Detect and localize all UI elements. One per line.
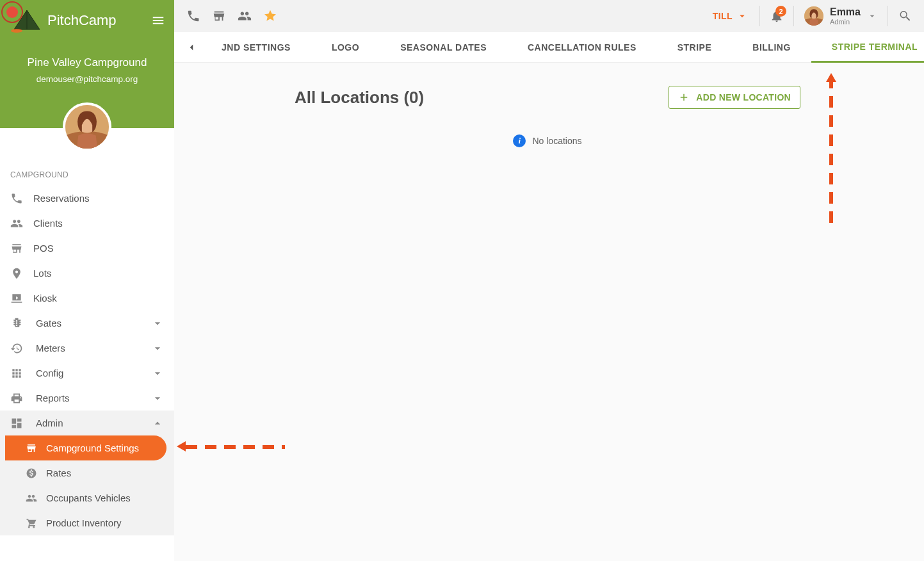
- sidebar-item-lots[interactable]: Lots: [0, 261, 174, 286]
- apps-icon: [10, 367, 23, 380]
- avatar-icon: [65, 105, 109, 149]
- sidebar-item-label: Kiosk: [33, 293, 57, 304]
- chevron-down-icon: [736, 10, 748, 22]
- sidebar-item-pos[interactable]: POS: [0, 236, 174, 261]
- user-menu-button[interactable]: Emma Admin: [798, 6, 884, 26]
- sidebar: PitchCamp Pine Valley Campground demouse…: [0, 0, 174, 561]
- sidebar-item-label: Gates: [36, 318, 61, 329]
- phone-icon: [186, 9, 200, 23]
- sidebar-item-label: Config: [36, 368, 63, 378]
- store-icon: [10, 242, 23, 255]
- tab-stripe[interactable]: STRIPE: [657, 32, 733, 63]
- cart-icon: [26, 517, 37, 529]
- sidebar-sub-occupants-vehicles[interactable]: Occupants Vehicles: [0, 485, 174, 510]
- sidebar-sub-product-inventory[interactable]: Product Inventory: [0, 510, 174, 535]
- add-location-button[interactable]: ADD NEW LOCATION: [669, 86, 800, 109]
- tab-label: BILLING: [752, 42, 791, 53]
- tab-seasonal-dates[interactable]: SEASONAL DATES: [380, 32, 507, 63]
- campground-name: Pine Valley Campground: [0, 56, 174, 69]
- sidebar-item-kiosk[interactable]: Kiosk: [0, 286, 174, 311]
- chevron-down-icon: [151, 342, 164, 355]
- kiosk-icon: [10, 292, 23, 305]
- divider: [888, 6, 888, 26]
- place-icon: [10, 267, 23, 280]
- sidebar-item-label: Clients: [33, 218, 63, 229]
- topbar-star-button[interactable]: [257, 3, 283, 29]
- add-button-label: ADD NEW LOCATION: [696, 92, 791, 102]
- tab-jnd-settings[interactable]: JND SETTINGS: [201, 32, 311, 63]
- chevron-down-icon: [867, 11, 877, 21]
- notification-badge: 2: [775, 6, 786, 17]
- user-role: Admin: [830, 18, 861, 26]
- topbar-store-button[interactable]: [206, 3, 232, 29]
- phone-icon: [10, 192, 23, 205]
- sidebar-sub-rates[interactable]: Rates: [0, 460, 174, 485]
- main-content: All Locations (0) ADD NEW LOCATION i No …: [174, 63, 924, 561]
- tab-label: STRIPE TERMINAL: [832, 42, 918, 52]
- sidebar-item-clients[interactable]: Clients: [0, 211, 174, 236]
- tab-label: JND SETTINGS: [222, 42, 291, 53]
- till-dropdown[interactable]: TILL: [705, 0, 756, 32]
- sidebar-sub-campground-settings[interactable]: Campground Settings: [5, 435, 166, 460]
- sidebar-item-label: Meters: [36, 343, 65, 354]
- tabs-back-button[interactable]: [182, 38, 201, 57]
- chevron-left-icon: [186, 42, 197, 53]
- sidebar-item-gates[interactable]: Gates: [0, 311, 174, 336]
- people-icon: [10, 217, 23, 230]
- tab-cancellation-rules[interactable]: CANCELLATION RULES: [507, 32, 657, 63]
- empty-text: No locations: [532, 136, 581, 146]
- notifications-button[interactable]: 2: [764, 3, 790, 29]
- sidebar-item-label: Admin: [36, 418, 63, 428]
- avatar-icon: [804, 6, 823, 26]
- tab-label: STRIPE: [677, 42, 712, 53]
- sidebar-item-reports[interactable]: Reports: [0, 386, 174, 411]
- tab-billing[interactable]: BILLING: [732, 32, 811, 63]
- tab-label: CANCELLATION RULES: [528, 42, 636, 53]
- sidebar-avatar[interactable]: [63, 102, 111, 151]
- chevron-down-icon: [151, 367, 164, 380]
- sidebar-item-label: Lots: [33, 268, 51, 279]
- page-title: All Locations (0): [295, 88, 424, 108]
- people-icon: [26, 492, 37, 504]
- sidebar-sub-label: Product Inventory: [46, 517, 122, 528]
- user-text: Emma Admin: [830, 6, 861, 26]
- user-avatar: [804, 6, 823, 26]
- print-icon: [10, 392, 23, 405]
- svg-point-2: [11, 29, 22, 33]
- tab-label: LOGO: [332, 42, 359, 53]
- chevron-down-icon: [151, 392, 164, 405]
- sidebar-group-admin: Admin Campground Settings Rates Occupant…: [0, 411, 174, 535]
- settings-tabs: JND SETTINGS LOGO SEASONAL DATES CANCELL…: [174, 32, 924, 63]
- search-button[interactable]: [892, 3, 918, 29]
- brand-name: PitchCamp: [47, 12, 117, 29]
- menu-icon: [151, 13, 165, 28]
- divider: [793, 6, 794, 26]
- empty-state: i No locations: [295, 134, 800, 147]
- menu-toggle-button[interactable]: [151, 13, 165, 28]
- tab-stripe-terminal[interactable]: STRIPE TERMINAL: [811, 32, 924, 63]
- sidebar-item-admin[interactable]: Admin: [0, 411, 174, 435]
- section-title: CAMPGROUND: [0, 164, 174, 186]
- star-icon: [263, 9, 277, 23]
- sidebar-item-meters[interactable]: Meters: [0, 336, 174, 361]
- tab-label: SEASONAL DATES: [400, 42, 487, 53]
- sidebar-item-reservations[interactable]: Reservations: [0, 186, 174, 211]
- sidebar-nav[interactable]: CAMPGROUND Reservations Clients POS Lots…: [0, 128, 174, 561]
- store-icon: [212, 9, 226, 23]
- topbar-people-button[interactable]: [232, 3, 257, 29]
- topbar-phone-button[interactable]: [181, 3, 206, 29]
- sidebar-item-label: POS: [33, 243, 54, 254]
- sidebar-item-label: Reports: [36, 393, 70, 403]
- tab-logo[interactable]: LOGO: [311, 32, 380, 63]
- sidebar-sub-label: Occupants Vehicles: [46, 492, 131, 503]
- user-name: Emma: [830, 6, 861, 18]
- history-icon: [10, 342, 23, 355]
- divider: [759, 6, 760, 26]
- dashboard-icon: [10, 417, 23, 430]
- chevron-down-icon: [151, 317, 164, 330]
- search-icon: [898, 9, 912, 23]
- sidebar-header: PitchCamp Pine Valley Campground demouse…: [0, 0, 174, 128]
- plus-icon: [678, 92, 690, 103]
- sidebar-sub-label: Rates: [46, 468, 71, 478]
- sidebar-item-config[interactable]: Config: [0, 361, 174, 386]
